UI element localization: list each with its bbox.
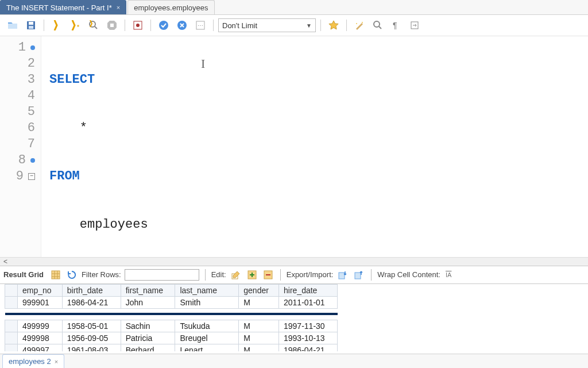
separator xyxy=(280,269,281,281)
execute-current-button[interactable] xyxy=(67,18,83,32)
cell[interactable]: 1986-04-21 xyxy=(279,344,338,351)
toggle-invisible-button[interactable]: ¶ xyxy=(388,18,404,32)
row-limit-dropdown[interactable]: Don't Limit ▼ xyxy=(218,18,316,32)
cell[interactable]: 1997-11-30 xyxy=(279,320,338,332)
refresh-icon[interactable] xyxy=(65,269,78,281)
cell[interactable]: M xyxy=(239,332,279,344)
result-grid-label: Result Grid xyxy=(3,270,44,279)
row-header[interactable] xyxy=(5,296,18,308)
col-header[interactable]: hire_date xyxy=(279,284,338,296)
row-highlight-bar xyxy=(5,313,338,315)
svg-point-12 xyxy=(356,23,357,24)
delete-row-icon[interactable] xyxy=(262,269,274,281)
commit-button[interactable] xyxy=(156,18,172,32)
col-header[interactable]: last_name xyxy=(175,284,239,296)
col-header[interactable]: birth_date xyxy=(62,284,121,296)
table-row[interactable]: 9999011986-04-21JohnSmithM2011-01-01 xyxy=(5,296,338,308)
tab-insert-statement[interactable]: The INSERT Statement - Part I* × xyxy=(0,0,126,14)
beautify-button[interactable] xyxy=(351,18,368,32)
filter-rows-input[interactable] xyxy=(125,269,199,281)
wrap-cell-label: Wrap Cell Content: xyxy=(377,270,440,279)
cell[interactable]: Breugel xyxy=(175,332,239,344)
code-token: SELECT xyxy=(49,72,95,87)
wrap-cell-icon[interactable]: IA xyxy=(444,269,457,281)
cell[interactable]: Lenart xyxy=(175,344,239,351)
col-header[interactable]: emp_no xyxy=(18,284,63,296)
explain-button[interactable] xyxy=(86,18,102,32)
cell[interactable]: 1986-04-21 xyxy=(62,296,121,308)
line-gutter: 1 2 3 4 5 6 7 8 9− xyxy=(0,36,41,257)
toggle-whitespace-button[interactable]: ⋯ xyxy=(192,18,208,32)
cell[interactable]: 1956-09-05 xyxy=(62,332,121,344)
separator xyxy=(150,20,151,31)
row-header[interactable] xyxy=(5,344,18,351)
separator xyxy=(125,20,125,31)
table-row[interactable]: 4999971961-08-03BerhardLenartM1986-04-21 xyxy=(5,344,338,351)
cell[interactable]: M xyxy=(239,320,279,332)
svg-point-11 xyxy=(362,22,363,23)
sql-toolbar: ⋯ Don't Limit ▼ ¶ xyxy=(0,15,588,36)
editor-horizontal-scrollbar[interactable]: < xyxy=(0,257,588,266)
table-row[interactable]: 4999981956-09-05PatriciaBreugelM1993-10-… xyxy=(5,332,338,344)
cell[interactable]: Berhard xyxy=(121,344,175,351)
export-icon[interactable] xyxy=(336,269,349,281)
cell[interactable]: Smith xyxy=(175,296,239,308)
scroll-left-icon[interactable]: < xyxy=(3,258,7,266)
cell[interactable]: Patricia xyxy=(121,332,175,344)
find-button[interactable] xyxy=(370,18,386,32)
separator xyxy=(205,269,206,281)
line-number: 3 xyxy=(28,72,35,88)
code-area[interactable]: SELECT * FROM employees ORDER BY emp_no … xyxy=(41,36,208,257)
line-number: 9 xyxy=(16,168,24,185)
cell[interactable]: 1958-05-01 xyxy=(62,320,121,332)
add-row-icon[interactable] xyxy=(246,269,258,281)
cell[interactable]: M xyxy=(239,344,279,351)
col-header[interactable]: gender xyxy=(239,284,279,296)
cell[interactable]: Tsukuda xyxy=(175,320,239,332)
svg-rect-2 xyxy=(29,26,33,29)
close-icon[interactable]: × xyxy=(117,4,120,11)
cell[interactable]: 1993-10-13 xyxy=(279,332,338,344)
row-header[interactable] xyxy=(5,320,18,332)
sql-editor[interactable]: I 1 2 3 4 5 6 7 8 9− SELECT * FROM emplo… xyxy=(0,36,588,257)
favorite-button[interactable] xyxy=(326,18,342,32)
result-tab-employees2[interactable]: employees 2 × xyxy=(2,354,64,368)
stop-button[interactable] xyxy=(104,18,120,32)
result-grid[interactable]: emp_no birth_date first_name last_name g… xyxy=(5,284,338,351)
line-number: 8 xyxy=(18,152,26,168)
import-icon[interactable] xyxy=(353,269,365,281)
rollback-button[interactable] xyxy=(174,18,190,32)
close-icon[interactable]: × xyxy=(55,358,58,365)
cell[interactable]: M xyxy=(239,296,279,308)
cell[interactable]: 499997 xyxy=(18,344,63,351)
col-header[interactable]: first_name xyxy=(121,284,175,296)
wrap-button[interactable] xyxy=(407,18,423,32)
separator xyxy=(213,20,214,31)
table-row[interactable]: 4999991958-05-01SachinTsukudaM1997-11-30 xyxy=(5,320,338,332)
tab-label: The INSERT Statement - Part I* xyxy=(6,3,112,12)
grid-view-icon[interactable] xyxy=(49,269,62,281)
separator xyxy=(346,20,347,31)
result-grid-wrapper: emp_no birth_date first_name last_name g… xyxy=(0,284,588,351)
filter-rows-label: Filter Rows: xyxy=(82,270,121,279)
edit-row-icon[interactable] xyxy=(230,269,242,281)
cell[interactable]: 499999 xyxy=(18,320,63,332)
row-header-corner xyxy=(5,284,18,296)
cell[interactable]: 499998 xyxy=(18,332,63,344)
line-number: 1 xyxy=(18,40,26,56)
tab-employees-table[interactable]: employees.employees xyxy=(127,0,214,14)
toggle-autocommit-button[interactable] xyxy=(130,18,146,32)
open-file-button[interactable] xyxy=(5,18,21,32)
cell[interactable]: 999901 xyxy=(18,296,63,308)
fold-icon[interactable]: − xyxy=(28,173,35,180)
cell[interactable]: 2011-01-01 xyxy=(279,296,338,308)
row-header[interactable] xyxy=(5,332,18,344)
cell[interactable]: John xyxy=(121,296,175,308)
svg-point-6 xyxy=(136,24,140,27)
cell[interactable]: Sachin xyxy=(121,320,175,332)
cell[interactable]: 1961-08-03 xyxy=(62,344,121,351)
execute-button[interactable] xyxy=(49,18,65,32)
save-button[interactable] xyxy=(23,18,39,32)
limit-label: Don't Limit xyxy=(222,21,257,30)
line-number: 5 xyxy=(28,104,35,120)
